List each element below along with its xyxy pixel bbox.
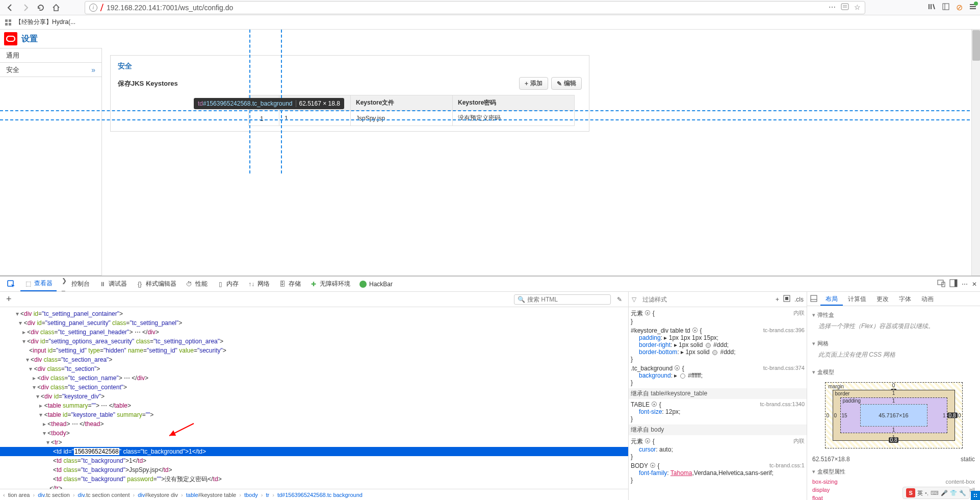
reader-icon[interactable]: [841, 3, 849, 12]
tab-performance[interactable]: ⏱性能: [182, 277, 212, 291]
tab-hackbar[interactable]: HackBar: [355, 278, 397, 290]
forward-button[interactable]: [18, 1, 33, 15]
page-scrollbar[interactable]: [971, 30, 980, 276]
element-tooltip: td#1563965242568.tc_background 62.5167 ×…: [194, 98, 344, 109]
home-button[interactable]: [49, 1, 63, 15]
tab-accessibility[interactable]: ✚无障碍环境: [306, 277, 354, 291]
tab-storage[interactable]: 🗄存储: [275, 277, 305, 291]
dom-search[interactable]: 🔍: [514, 294, 611, 305]
pseudo-classes-icon[interactable]: [783, 295, 790, 304]
ime-mic-icon[interactable]: 🎤: [941, 490, 948, 496]
sogou-icon: S: [906, 488, 915, 497]
styles-panel: ▽ + .cls 元素 ⦿ {内联} #keystore_div table t…: [628, 292, 807, 500]
box-model-diagram: margin 0 0 border 1 padding 1 15: [825, 382, 963, 448]
section-title: 安全: [111, 56, 589, 77]
table-row[interactable]: 1 1 JspSpy.jsp 没有预定义密码: [249, 111, 575, 126]
tab-layout[interactable]: 布局: [820, 292, 843, 306]
responsive-mode-icon[interactable]: [937, 279, 945, 289]
url-text: 192.168.220.141:7001/ws_utc/config.do: [107, 4, 826, 12]
oracle-logo-icon: [4, 32, 17, 45]
back-button[interactable]: [3, 1, 17, 15]
inspector-picker-icon[interactable]: [3, 278, 19, 291]
layout-toggle-icon[interactable]: [807, 292, 820, 306]
noscript-icon[interactable]: ⊘: [956, 3, 963, 12]
chevron-right-icon: »: [91, 66, 95, 74]
svg-rect-24: [811, 295, 817, 302]
col-file: Keystore文件: [351, 95, 453, 111]
pencil-icon: ✎: [557, 80, 562, 87]
svg-rect-14: [9, 23, 11, 26]
tab-computed[interactable]: 计算值: [843, 292, 871, 306]
svg-rect-20: [955, 280, 957, 287]
more-actions-icon[interactable]: ⋯: [829, 3, 836, 12]
svg-rect-26: [973, 493, 978, 498]
tab-style-editor[interactable]: {}样式编辑器: [132, 277, 180, 291]
sidebar-item-general[interactable]: 通用: [0, 48, 101, 63]
cls-toggle[interactable]: .cls: [794, 296, 804, 303]
edit-button[interactable]: ✎编辑: [551, 77, 582, 90]
inspector-guideline: [0, 110, 980, 111]
add-button[interactable]: +添加: [519, 77, 548, 90]
plus-icon: +: [525, 80, 528, 87]
svg-rect-28: [976, 494, 977, 495]
svg-rect-30: [976, 496, 977, 497]
hackbar-icon: [359, 281, 367, 288]
flexbox-section[interactable]: 弹性盒: [812, 309, 975, 321]
site-info-icon[interactable]: i: [89, 4, 97, 12]
svg-rect-27: [974, 494, 975, 495]
sidebar-icon[interactable]: [942, 3, 950, 12]
page-viewport: 设置 通用 安全» 安全 保存JKS Keystores +添加 ✎编辑: [0, 30, 980, 276]
dom-tree[interactable]: ▾ <div id="tc_setting_panel_container"> …: [0, 307, 628, 489]
ime-tool-icon[interactable]: 🔧: [959, 490, 966, 496]
tab-inspector[interactable]: ⬚查看器: [20, 277, 57, 291]
menu-icon[interactable]: [969, 3, 977, 12]
css-rules[interactable]: 元素 ⦿ {内联} #keystore_div table td ⦿ {tc-b…: [629, 307, 807, 500]
dock-side-icon[interactable]: [949, 279, 958, 289]
funnel-icon: ▽: [632, 296, 636, 303]
insecure-icon: ⧸: [100, 3, 104, 12]
address-bar[interactable]: i ⧸ 192.168.220.141:7001/ws_utc/config.d…: [85, 1, 865, 14]
tab-debugger[interactable]: ⏸调试器: [95, 277, 131, 291]
box-props-section[interactable]: 盒模型属性: [812, 466, 975, 478]
close-devtools-icon[interactable]: ✕: [972, 281, 977, 288]
box-model-section[interactable]: 盒模型: [812, 366, 975, 378]
sidebar-item-security[interactable]: 安全»: [0, 63, 101, 77]
selected-dom-node: <td id="1563965242568" class="tc_backgro…: [0, 447, 628, 456]
tab-memory[interactable]: ▯内存: [213, 277, 243, 291]
reload-button[interactable]: [34, 1, 48, 15]
bookmark-star-icon[interactable]: ☆: [854, 3, 861, 12]
dom-search-input[interactable]: [527, 296, 607, 303]
svg-rect-29: [974, 496, 975, 497]
ime-toolbar[interactable]: S 英 •, ⌨ 🎤 👕 🔧: [902, 487, 970, 499]
library-icon[interactable]: [927, 3, 936, 12]
svg-rect-0: [841, 4, 848, 10]
browser-toolbar: i ⧸ 192.168.220.141:7001/ws_utc/config.d…: [0, 0, 980, 15]
ime-keyboard-icon[interactable]: ⌨: [931, 490, 939, 496]
tab-console[interactable]: ❯_控制台: [58, 277, 94, 291]
page-title: 设置: [21, 34, 38, 44]
layout-panel: 布局 计算值 更改 字体 动画 弹性盒选择一个弹性（Flex）容器或项目以继续。…: [807, 292, 980, 500]
devtools: ⬚查看器 ❯_控制台 ⏸调试器 {}样式编辑器 ⏱性能 ▯内存 ↑↓网络 🗄存储…: [0, 276, 980, 500]
settings-sidebar: 通用 安全»: [0, 48, 102, 276]
tab-fonts[interactable]: 字体: [894, 292, 916, 306]
eyedropper-icon[interactable]: ✎: [614, 296, 625, 303]
add-rule-icon[interactable]: +: [776, 296, 779, 303]
bookmark-item[interactable]: 【经验分享】Hydra(...: [15, 18, 75, 27]
tab-network[interactable]: ↑↓网络: [244, 277, 274, 291]
more-icon[interactable]: ⋯: [962, 281, 968, 288]
svg-rect-11: [5, 19, 8, 22]
dom-breadcrumb[interactable]: ‹ tion area› div.tc section› div.tc sect…: [0, 489, 628, 500]
show-desktop-button[interactable]: [971, 491, 980, 500]
svg-rect-15: [7, 36, 15, 41]
ime-skin-icon[interactable]: 👕: [950, 490, 957, 496]
new-node-button[interactable]: +: [3, 294, 15, 305]
search-icon: 🔍: [518, 296, 525, 303]
most-visited-icon[interactable]: [4, 18, 12, 27]
svg-rect-12: [9, 19, 11, 22]
style-filter-input[interactable]: [639, 294, 772, 305]
tab-animations[interactable]: 动画: [916, 292, 939, 306]
col-pwd: Keystore密码: [453, 95, 575, 111]
tab-changes[interactable]: 更改: [871, 292, 894, 306]
grid-section[interactable]: 网格: [812, 338, 975, 349]
inspector-guideline: [0, 119, 980, 120]
